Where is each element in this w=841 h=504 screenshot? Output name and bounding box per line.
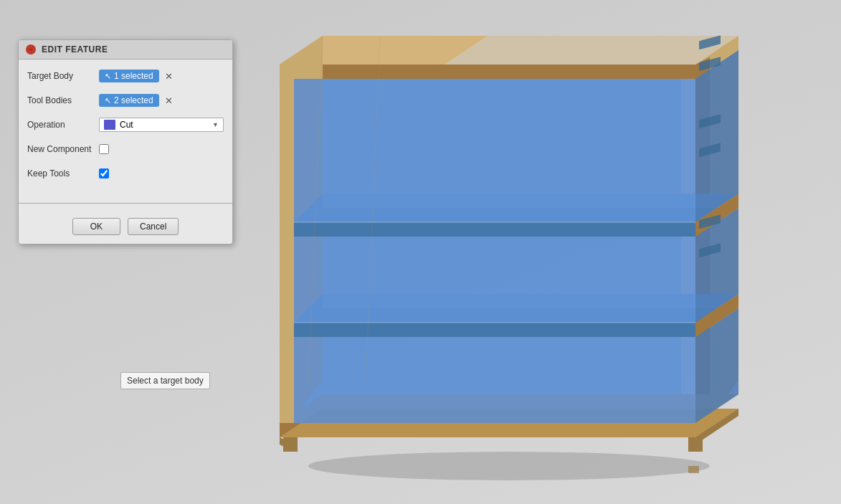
tool-bodies-label: Tool Bodies [27, 95, 99, 105]
new-component-checkbox-wrapper [99, 144, 109, 154]
target-body-row: Target Body ↖ 1 selected ✕ [27, 67, 224, 85]
svg-marker-24 [294, 79, 695, 222]
target-body-value: 1 selected [114, 71, 153, 81]
target-body-label: Target Body [27, 71, 99, 81]
operation-icon [104, 120, 115, 130]
keep-tools-checkbox-wrapper [99, 168, 109, 179]
panel-title: EDIT FEATURE [42, 44, 108, 54]
target-body-badge[interactable]: ↖ 1 selected [99, 70, 159, 82]
keep-tools-row: Keep Tools [27, 164, 224, 183]
operation-value: Cut [120, 120, 208, 130]
target-body-cursor-icon: ↖ [105, 72, 111, 81]
svg-marker-17 [688, 437, 703, 452]
edit-feature-panel: − EDIT FEATURE Target Body ↖ 1 selected … [18, 39, 233, 244]
select-target-tooltip: Select a target body [120, 372, 210, 389]
panel-divider [19, 203, 232, 204]
svg-rect-44 [688, 466, 699, 473]
tool-bodies-clear-button[interactable]: ✕ [162, 95, 176, 106]
svg-marker-5 [445, 36, 738, 65]
bookshelf-model [237, 22, 796, 488]
keep-tools-checkbox[interactable] [99, 168, 109, 179]
svg-marker-25 [294, 237, 695, 323]
panel-header: − EDIT FEATURE [19, 40, 232, 60]
tool-bodies-cursor-icon: ↖ [105, 96, 111, 105]
new-component-label: New Component [27, 144, 99, 154]
new-component-row: New Component [27, 140, 224, 158]
svg-marker-16 [283, 437, 298, 452]
tool-bodies-value: 2 selected [114, 95, 153, 105]
panel-footer: OK Cancel [19, 211, 232, 244]
operation-row: Operation Cut ▼ [27, 115, 224, 134]
tool-bodies-row: Tool Bodies ↖ 2 selected ✕ [27, 91, 224, 110]
ok-button[interactable]: OK [72, 218, 120, 235]
panel-body: Target Body ↖ 1 selected ✕ Tool Bodies ↖… [19, 60, 232, 196]
panel-close-button[interactable]: − [26, 44, 36, 54]
tool-bodies-badge[interactable]: ↖ 2 selected [99, 94, 159, 107]
target-body-clear-button[interactable]: ✕ [162, 71, 176, 82]
operation-dropdown[interactable]: Cut ▼ [99, 118, 224, 132]
tooltip-text: Select a target body [127, 376, 204, 386]
svg-marker-3 [280, 65, 695, 79]
operation-label: Operation [27, 120, 99, 130]
svg-marker-27 [695, 50, 738, 222]
svg-marker-19 [294, 222, 695, 237]
keep-tools-label: Keep Tools [27, 168, 99, 179]
svg-point-0 [308, 452, 710, 480]
svg-marker-26 [294, 337, 695, 423]
chevron-down-icon: ▼ [212, 121, 219, 128]
svg-marker-22 [294, 323, 695, 337]
cancel-button[interactable]: Cancel [128, 218, 179, 235]
new-component-checkbox[interactable] [99, 144, 109, 154]
